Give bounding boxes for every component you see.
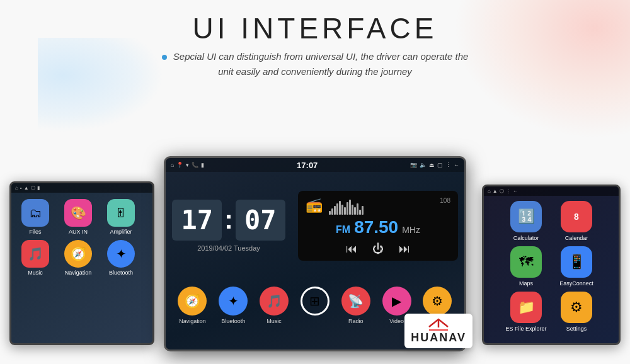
music-label-center: Music [266,318,282,324]
radio-icon-center: 📡 [341,287,370,316]
clock-min: 07 [236,200,285,241]
back-icon: ← [454,162,459,168]
bullet-icon [162,55,167,60]
vol-icon: 🔈 [420,162,427,168]
nav-icon-center: 🧭 [178,287,207,316]
radio-icon: 📻 [306,197,323,213]
list-item[interactable]: 🎚 Amplifier [102,199,140,235]
radio-freq-value: 87.50 [354,217,398,237]
status-left: ⌂ 📍 ▾ 📞 ▮ [171,162,204,168]
navigation-icon-left: 🧭 [64,240,92,268]
center-top-area: 17 : 07 2019/04/02 Tuesday 📻 [166,172,464,279]
bt-label-center: Bluetooth [221,318,245,324]
radio-unit-label: MHz [402,225,420,235]
power-button[interactable]: ⏻ [372,242,384,256]
settings-r-label: Settings [566,326,587,332]
bluetooth-icon-left: ✦ [107,240,135,268]
cal-num: 8 [574,212,579,222]
brand-logo-icon [426,317,451,329]
list-item[interactable]: 📁 ES File Explorer [503,292,549,332]
clock-hour: 17 [172,200,222,241]
list-item[interactable]: 🧭 Navigation [59,240,97,276]
calc-label: Calculator [513,235,539,241]
radio-channel-num: 108 [440,197,450,204]
bar [329,211,331,215]
battery-icon: ▮ [37,185,40,191]
list-item[interactable]: 8 Calendar [554,201,599,241]
list-item[interactable]: ✦ Bluetooth [102,240,140,276]
list-item[interactable]: 🔢 Calculator [503,201,549,241]
home-r-icon: ⌂ [488,188,491,194]
settings-icon-center: ⚙ [423,287,452,316]
bar [349,200,351,215]
list-item[interactable]: 🗂 Files [16,199,54,235]
radio-display: 📻 [298,191,458,261]
subtitle-line2: unit easily and conveniently during the … [218,66,412,77]
list-item[interactable]: 🎵 Music [256,287,292,324]
clock-display: 17 : 07 [172,200,285,241]
list-item[interactable]: 🎵 Music [16,240,54,276]
bar [359,210,361,215]
phone-icon: 📞 [192,162,198,168]
music-label-left: Music [28,270,43,276]
left-screen-app-grid: 🗂 Files 🎨 AUX IN 🎚 Amplifier 🎵 Music 🧭 [11,193,152,282]
esfile-label: ES File Explorer [505,326,546,332]
cal-label: Calendar [565,235,588,241]
bluetooth-status-icon: ⬡ [31,185,35,191]
bar [346,202,348,215]
auxin-icon: 🎨 [64,199,92,227]
list-item[interactable]: ⊞ [297,287,333,318]
radio-band-label: FM [336,224,350,236]
files-label: Files [29,229,41,235]
prev-button[interactable]: ⏮ [346,242,357,256]
auxin-label: AUX IN [69,229,88,235]
bar [334,206,336,215]
next-button[interactable]: ⏭ [399,242,410,256]
radio-controls: ⏮ ⏻ ⏭ [346,242,410,256]
radio-label-center: Radio [348,318,364,324]
home-status-icon: ⌂ [171,162,174,168]
status-right: 📷 🔈 ⏏ ▢ ⋮ ← [410,162,459,168]
brand-divider [429,329,448,331]
bluetooth-label-left: Bluetooth [109,270,133,276]
list-item[interactable]: 📡 Radio [338,287,374,324]
page-title: UI INTERFACE [0,11,630,45]
list-item[interactable]: ✦ Bluetooth [215,287,251,324]
nav-label-center: Navigation [179,318,206,324]
clock-date: 2019/04/02 Tuesday [197,244,260,252]
radio-freq-row: FM 87.50 MHz [336,217,420,237]
amplifier-label: Amplifier [110,229,132,235]
video-label-center: Video [389,318,404,324]
bar [352,205,353,215]
bt-icon-center: ✦ [219,287,248,316]
easyconnect-icon: 📱 [561,246,592,278]
header-subtitle: Sepcial UI can distinguish from universa… [0,49,630,79]
files-icon: 🗂 [21,199,49,227]
home-icon: ⌂ [15,185,18,191]
clock-area: 17 : 07 2019/04/02 Tuesday [166,172,292,279]
center-status-bar: ⌂ 📍 ▾ 📞 ▮ 17:07 📷 🔈 ⏏ ▢ ⋮ ← [166,158,464,172]
list-item[interactable]: ⚙ Settings [554,292,599,332]
list-item[interactable]: 🎨 AUX IN [59,199,97,235]
wifi-icon: ▾ [186,162,189,168]
bar [336,203,338,215]
right-status-bar: ⌂ ▲ ⬡ ⋮ ← [484,186,619,196]
bar [341,205,343,215]
subtitle-line1: Sepcial UI can distinguish from universa… [173,51,469,62]
list-item[interactable]: 🧭 Navigation [174,287,210,324]
menu-r-icon: ⋮ [506,188,511,194]
brand-name: HUANAV [411,331,466,344]
music-icon-left: 🎵 [21,240,49,268]
amplifier-icon: 🎚 [107,199,135,227]
maps-label: Maps [519,280,533,287]
radio-icon-row: 📻 [306,196,450,215]
battery-center-icon: ▮ [201,162,204,168]
signal-icon: ▲ [24,185,29,191]
left-status-bar: ⌂ • ▲ ⬡ ▮ [11,183,152,193]
bar [331,208,333,215]
bar [362,206,364,215]
list-item[interactable]: 📱 EasyConnect [554,246,599,287]
bar [357,203,358,215]
music-icon-center: 🎵 [260,287,289,316]
list-item[interactable]: 🗺 Maps [503,246,549,287]
